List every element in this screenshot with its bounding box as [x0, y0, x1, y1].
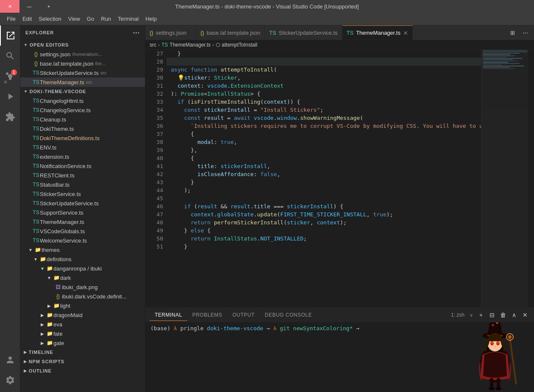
tab-theme-manager[interactable]: TS ThemeManager.ts ✕: [342, 25, 413, 40]
file-name: base.laf.template.json: [40, 61, 93, 67]
terminal-up-btn[interactable]: ∧: [509, 310, 519, 320]
folder-themes[interactable]: ▼ 📁 themes: [20, 245, 145, 254]
folder-fate[interactable]: ▶ 📁 fate: [20, 329, 145, 338]
tab-base-laf[interactable]: {} base.laf.template.json: [196, 25, 265, 40]
file-cleanup[interactable]: TS Cleanup.ts: [20, 115, 145, 124]
file-doki-theme-defs[interactable]: TS DokiThemeDefinitions.ts: [20, 133, 145, 143]
terminal-tab-output[interactable]: OUTPUT: [227, 309, 259, 320]
menu-go[interactable]: Go: [83, 14, 97, 24]
json-icon: {}: [32, 61, 40, 66]
terminal-tab-problems[interactable]: PROBLEMS: [187, 309, 228, 320]
explorer-menu-icon[interactable]: ⋯: [133, 29, 140, 37]
activity-explorer[interactable]: [0, 25, 20, 46]
scrollbar[interactable]: [528, 50, 534, 307]
menu-terminal[interactable]: Terminal: [114, 14, 142, 24]
file-name: StickerService.ts: [40, 191, 81, 197]
file-rest-client[interactable]: TS RESTClient.ts: [20, 171, 145, 180]
minimize-button[interactable]: —: [19, 0, 39, 13]
file-name: ChangelogHtml.ts: [40, 98, 83, 104]
file-name: VSCodeGlobals.ts: [40, 228, 85, 235]
terminal-tab-terminal[interactable]: TERMINAL: [150, 309, 187, 321]
file-name: DokiThemeDefinitions.ts: [40, 135, 100, 141]
file-sticker-update[interactable]: TS StickerUpdateService.ts: [20, 199, 145, 208]
file-sticker-service[interactable]: TS StickerService.ts: [20, 189, 145, 199]
json-icon: {}: [32, 51, 40, 57]
open-editor-base-laf[interactable]: {} base.laf.template.json the...: [20, 59, 145, 68]
file-welcome-service[interactable]: TS WelcomeService.ts: [20, 236, 145, 245]
tab-sticker-update[interactable]: TS StickerUpdateService.ts: [265, 25, 342, 40]
activity-search[interactable]: [0, 46, 20, 66]
folder-name: eva: [53, 321, 62, 328]
file-ibuki-dark-def[interactable]: {} ibuki.dark.vsCode.definit...: [20, 292, 145, 301]
open-editor-sticker-update[interactable]: TS StickerUpdateService.ts src: [20, 68, 145, 77]
svg-point-2: [9, 77, 11, 80]
tab-settings-json[interactable]: {} settings.json: [145, 25, 196, 40]
folder-dark[interactable]: ▼ 📁 dark: [20, 273, 145, 282]
breadcrumb-src[interactable]: src: [150, 42, 156, 48]
file-env[interactable]: TS ENV.ts: [20, 143, 145, 152]
terminal-trash-btn[interactable]: 🗑: [498, 310, 508, 320]
folder-dragon-maid[interactable]: ▶ 📁 dragonMaid: [20, 310, 145, 320]
menu-edit[interactable]: Edit: [19, 14, 35, 24]
svg-point-20: [495, 387, 501, 390]
terminal-instance-label: 1: zsh: [448, 312, 468, 318]
close-button[interactable]: ✕: [0, 0, 19, 13]
folder-icon: 📁: [46, 321, 53, 327]
menu-view[interactable]: View: [65, 14, 83, 24]
terminal-chevron[interactable]: ∨: [470, 312, 473, 318]
ts-icon: TS: [32, 182, 40, 188]
timeline-header[interactable]: ▶ TIMELINE: [20, 348, 145, 357]
outline-header[interactable]: ▶ OUTLINE: [20, 366, 145, 375]
breadcrumb-file[interactable]: ThemeManager.ts: [170, 42, 211, 48]
tab-label: ThemeManager.ts: [356, 30, 400, 36]
activity-run[interactable]: [0, 86, 20, 107]
open-editor-settings-json[interactable]: {} settings.json /home/alex/c...: [20, 50, 145, 59]
folder-definitions[interactable]: ▼ 📁 definitions: [20, 254, 145, 264]
breadcrumb-fn[interactable]: attemptToInstall: [222, 42, 257, 48]
line-numbers: 27 28 29 30 31 32 33 34 35 36 37 38 39 4…: [145, 50, 167, 307]
file-status-bar[interactable]: TS StatusBar.ts: [20, 180, 145, 189]
folder-eva[interactable]: ▶ 📁 eva: [20, 320, 145, 329]
code-line-33: if (isFirstTimeInstalling(context)) {: [167, 98, 481, 106]
code-line-34: const stickerInstall = "Install Stickers…: [167, 106, 481, 114]
terminal-add-btn[interactable]: +: [476, 310, 486, 320]
terminal-split-btn[interactable]: ⊟: [487, 310, 497, 320]
tab-close-btn[interactable]: ✕: [403, 30, 408, 36]
folder-light[interactable]: ▶ 📁 light: [20, 301, 145, 310]
maximize-button[interactable]: +: [39, 0, 58, 13]
terminal-text[interactable]: (base) λ pringle doki-theme-vscode → λ g…: [150, 325, 453, 389]
activity-account[interactable]: [0, 350, 20, 370]
folder-gate[interactable]: ▶ 📁 gate: [20, 338, 145, 348]
more-actions-btn[interactable]: ⋯: [520, 27, 531, 38]
folder-danganronpa-ibuki[interactable]: ▼ 📁 danganronpa / ibuki: [20, 264, 145, 273]
menu-selection[interactable]: Selection: [35, 14, 64, 24]
menu-help[interactable]: Help: [142, 14, 160, 24]
timeline-arrow: ▶: [24, 350, 27, 354]
terminal-tab-debug[interactable]: DEBUG CONSOLE: [260, 309, 317, 320]
code-line-38: modal: true,: [167, 138, 481, 146]
file-extension[interactable]: TS extension.ts: [20, 152, 145, 161]
file-changelog-service[interactable]: TS ChangelogService.ts: [20, 105, 145, 115]
activity-settings[interactable]: [0, 370, 20, 390]
file-vscode-globals[interactable]: TS VSCodeGlobals.ts: [20, 226, 145, 236]
file-theme-manager[interactable]: TS ThemeManager.ts: [20, 217, 145, 226]
megumin-character: [461, 323, 529, 392]
terminal-close-btn[interactable]: ✕: [520, 310, 530, 320]
activity-extensions[interactable]: [0, 107, 20, 127]
tab-label: base.laf.template.json: [207, 30, 260, 36]
file-notification[interactable]: TS NotificationService.ts: [20, 161, 145, 171]
file-changelog-html[interactable]: TS ChangelogHtml.ts: [20, 96, 145, 105]
explorer-label: EXPLORER: [25, 30, 54, 35]
open-editors-header[interactable]: ▼ OPEN EDITORS: [20, 40, 145, 50]
file-ibuki-dark-png[interactable]: 🖼 ibuki_dark.png: [20, 282, 145, 292]
split-editor-btn[interactable]: ⊞: [507, 27, 518, 38]
open-editor-theme-manager[interactable]: ✕ TS ThemeManager.ts src: [20, 77, 145, 87]
file-doki-theme[interactable]: TS DokiTheme.ts: [20, 124, 145, 133]
project-header[interactable]: ▼ DOKI-THEME-VSCODE: [20, 87, 145, 96]
npm-scripts-header[interactable]: ▶ NPM SCRIPTS: [20, 357, 145, 366]
code-editor: 27 28 29 30 31 32 33 34 35 36 37 38 39 4…: [145, 50, 534, 307]
menu-file[interactable]: File: [3, 14, 19, 24]
menu-run[interactable]: Run: [97, 14, 114, 24]
code-content[interactable]: } async function attemptToInstall( 💡stic…: [167, 50, 481, 307]
file-support[interactable]: TS SupportService.ts: [20, 208, 145, 217]
